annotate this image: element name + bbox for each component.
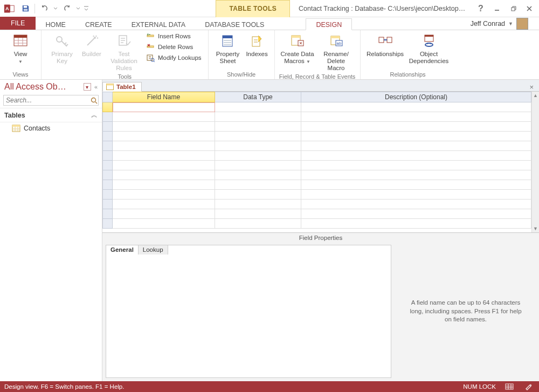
- vertical-scrollbar[interactable]: ▲ ▼: [531, 92, 539, 232]
- tab-create[interactable]: CREATE: [75, 19, 122, 30]
- column-header-data-type[interactable]: Data Type: [215, 92, 301, 102]
- wand-icon: [83, 32, 100, 50]
- properties-tab-lookup[interactable]: Lookup: [138, 245, 168, 255]
- row-selector[interactable]: [103, 102, 113, 112]
- help-button[interactable]: ?: [474, 3, 487, 15]
- datasheet-view-icon: [12, 32, 29, 50]
- table-icon: [12, 125, 20, 132]
- account-area[interactable]: Jeff Conrad ▼: [471, 17, 528, 30]
- table-row[interactable]: [103, 209, 531, 219]
- table-row[interactable]: [103, 190, 531, 200]
- row-selector[interactable]: [103, 141, 113, 151]
- navpane-group-tables[interactable]: Tables ︽: [0, 108, 102, 122]
- data-type-cell[interactable]: [215, 102, 301, 112]
- builder-label: Builder: [82, 51, 101, 58]
- field-name-cell[interactable]: [113, 102, 215, 112]
- row-selector[interactable]: [103, 180, 113, 190]
- field-properties-title: Field Properties: [102, 233, 539, 243]
- rename-macro-icon: ab: [328, 32, 345, 50]
- row-selector[interactable]: [103, 170, 113, 180]
- create-data-macros-button[interactable]: Create Data Macros ▼: [279, 31, 316, 65]
- search-icon[interactable]: [89, 95, 98, 105]
- design-view-switch[interactable]: [523, 382, 535, 391]
- table-row[interactable]: [103, 170, 531, 180]
- scroll-up-icon[interactable]: ▲: [532, 92, 539, 99]
- table-row[interactable]: [103, 122, 531, 132]
- datasheet-view-switch[interactable]: [503, 382, 515, 391]
- delete-rows-label: Delete Rows: [158, 44, 193, 50]
- qat-customize-dropdown[interactable]: [82, 2, 90, 15]
- navpane-title[interactable]: All Access Ob…: [4, 82, 81, 92]
- description-cell[interactable]: [301, 102, 531, 112]
- undo-dropdown[interactable]: [52, 2, 59, 15]
- document-tab-strip: Table1 ×: [102, 80, 539, 92]
- table-row[interactable]: [103, 112, 531, 122]
- navpane-collapse-button[interactable]: «: [93, 84, 99, 90]
- account-menu-dropdown-icon: ▼: [508, 21, 513, 26]
- column-header-description[interactable]: Description (Optional): [301, 92, 531, 102]
- table-design-grid[interactable]: Field Name Data Type Description (Option…: [102, 92, 539, 233]
- undo-button[interactable]: [37, 2, 51, 15]
- table-row[interactable]: [103, 200, 531, 209]
- svg-point-17: [94, 37, 95, 38]
- table-row[interactable]: [103, 180, 531, 190]
- table-row[interactable]: [103, 161, 531, 170]
- select-all-corner[interactable]: [103, 92, 113, 102]
- row-selector[interactable]: [103, 161, 113, 170]
- save-button[interactable]: [18, 2, 32, 15]
- minimize-button[interactable]: [490, 3, 503, 15]
- rename-delete-macro-button[interactable]: ab Rename/ Delete Macro: [317, 31, 356, 72]
- document-close-button[interactable]: ×: [527, 83, 536, 91]
- navpane-menu-dropdown[interactable]: ▾: [84, 83, 91, 91]
- property-sheet-button[interactable]: Property Sheet: [213, 31, 243, 65]
- field-properties-pane: General Lookup A field name can be up to…: [102, 243, 539, 381]
- tab-design[interactable]: DESIGN: [306, 18, 352, 30]
- tab-home[interactable]: HOME: [36, 19, 75, 30]
- search-input[interactable]: [4, 95, 89, 105]
- column-header-field-name[interactable]: Field Name: [113, 92, 215, 102]
- table-row[interactable]: [103, 219, 531, 229]
- row-selector[interactable]: [103, 190, 113, 200]
- insert-rows-button[interactable]: Insert Rows: [144, 31, 204, 41]
- row-selector[interactable]: [103, 151, 113, 161]
- tab-database-tools[interactable]: DATABASE TOOLS: [195, 19, 274, 30]
- row-selector[interactable]: [103, 200, 113, 209]
- svg-rect-2: [10, 5, 14, 12]
- properties-tab-general[interactable]: General: [106, 245, 139, 255]
- svg-rect-32: [292, 36, 300, 38]
- object-dependencies-button[interactable]: Object Dependencies: [407, 31, 451, 65]
- relationships-button[interactable]: Relationships: [365, 31, 406, 58]
- table-row[interactable]: [103, 151, 531, 161]
- tab-file[interactable]: FILE: [0, 17, 36, 30]
- svg-rect-7: [512, 8, 515, 11]
- row-selector[interactable]: [103, 219, 113, 229]
- delete-rows-button[interactable]: Delete Rows: [144, 42, 204, 52]
- table-row[interactable]: [103, 141, 531, 151]
- test-validation-rules-button[interactable]: Test Validation Rules: [105, 31, 143, 72]
- close-button[interactable]: [523, 3, 536, 15]
- indexes-label: Indexes: [246, 51, 267, 58]
- field-properties-sheet: General Lookup: [106, 245, 391, 378]
- view-button[interactable]: View▼: [4, 31, 37, 65]
- row-selector[interactable]: [103, 122, 113, 132]
- indexes-button[interactable]: Indexes: [244, 31, 270, 58]
- field-properties-hint: A field name can be up to 64 characters …: [396, 245, 536, 378]
- redo-button[interactable]: [60, 2, 74, 15]
- restore-button[interactable]: [507, 3, 520, 15]
- row-selector[interactable]: [103, 209, 113, 219]
- redo-dropdown[interactable]: [75, 2, 81, 15]
- table-row[interactable]: [103, 102, 531, 112]
- scroll-down-icon[interactable]: ▼: [532, 225, 539, 232]
- builder-button[interactable]: Builder: [79, 31, 104, 58]
- row-selector[interactable]: [103, 112, 113, 122]
- primary-key-button[interactable]: Primary Key: [46, 31, 78, 65]
- tab-external-data[interactable]: EXTERNAL DATA: [122, 19, 195, 30]
- document-tab-table1[interactable]: Table1: [102, 82, 142, 92]
- row-selector[interactable]: [103, 132, 113, 141]
- table-row[interactable]: [103, 132, 531, 141]
- status-bar: Design view. F6 = Switch panes. F1 = Hel…: [0, 381, 539, 392]
- insert-rows-icon: [146, 32, 155, 40]
- modify-lookups-button[interactable]: Modify Lookups: [144, 53, 204, 63]
- svg-line-44: [95, 102, 97, 104]
- navpane-item-contacts[interactable]: Contacts: [0, 122, 102, 134]
